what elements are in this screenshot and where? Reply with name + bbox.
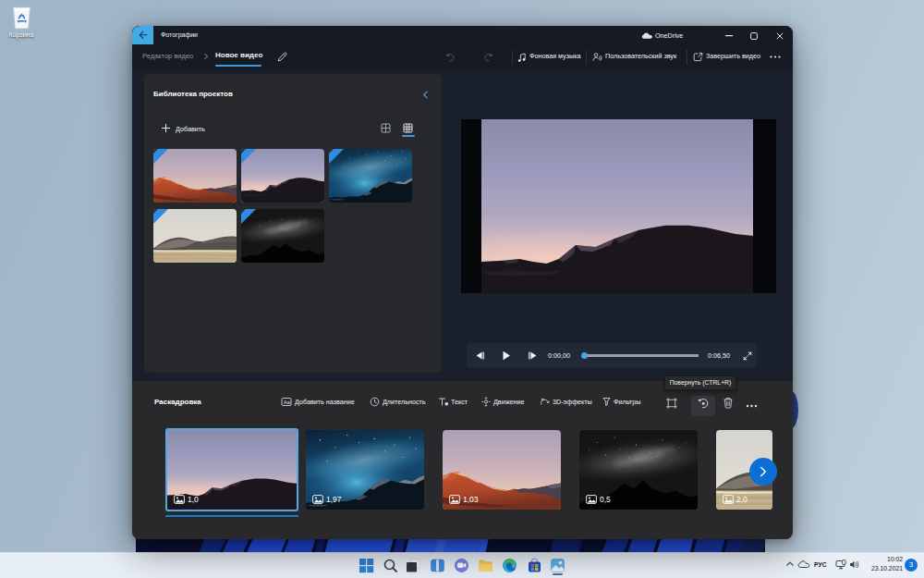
svg-text:Aa: Aa	[284, 400, 291, 405]
